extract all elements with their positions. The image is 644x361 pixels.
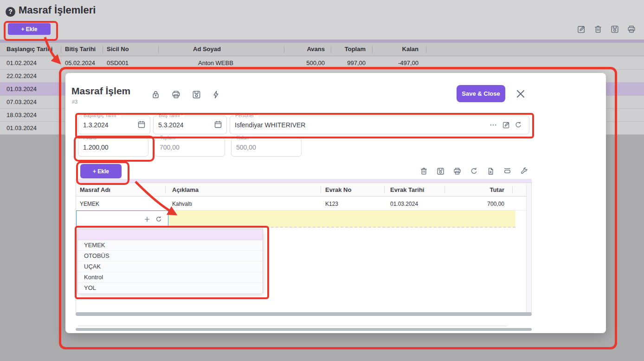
table-row[interactable]: 01.02.2024 05.02.2024 0SD001 Anton WEBB … <box>0 56 644 70</box>
field-label: Avans <box>82 135 98 140</box>
column-header[interactable]: Açıklama <box>172 186 199 193</box>
cell-toplam: 997,00 <box>328 59 366 66</box>
page-header-band <box>0 0 644 39</box>
column-header[interactable]: Toplam <box>328 46 366 53</box>
record-id: #3 <box>72 99 77 105</box>
cell-tutar: 700,00 <box>487 201 504 207</box>
lightning-icon[interactable] <box>211 90 221 99</box>
grid-add-button[interactable]: + Ekle <box>80 164 122 178</box>
field-value: 1.200,00 <box>83 144 109 151</box>
save-icon[interactable] <box>436 167 445 176</box>
modal-title: Masraf İşlem <box>71 85 130 97</box>
ellipsis-icon[interactable] <box>489 121 497 129</box>
footer-divider <box>78 326 507 326</box>
row-collapse-icon[interactable] <box>503 167 512 176</box>
print-icon[interactable] <box>171 90 181 99</box>
lock-icon[interactable] <box>151 90 161 99</box>
dropdown-item[interactable]: OTOBÜS <box>78 251 263 262</box>
edit-icon[interactable] <box>502 121 510 129</box>
grid-header[interactable]: Masraf Adı Açıklama Evrak No Evrak Tarih… <box>76 183 531 197</box>
personel-field[interactable]: Personel * Isfendiyar WHITERIVER <box>230 116 529 134</box>
save-icon[interactable] <box>192 90 201 99</box>
field-value: 500,00 <box>236 144 256 151</box>
column-header[interactable]: Masraf Adı <box>80 186 110 193</box>
add-button[interactable]: + Ekle <box>8 23 51 35</box>
field-label: Başlangıç Tarihi * <box>82 113 121 118</box>
expense-modal: Masraf İşlem #3 Save & Close Başlangıç T… <box>65 73 606 333</box>
print-icon[interactable] <box>627 25 636 34</box>
cell-aciklama: Kahvaltı <box>172 201 192 207</box>
save-close-button[interactable]: Save & Close <box>457 85 505 102</box>
save-icon[interactable] <box>610 25 619 34</box>
grid-vertical-scrollbar[interactable] <box>526 183 531 312</box>
field-label: Personel * <box>234 113 258 118</box>
field-value: Isfendiyar WHITERIVER <box>235 121 305 129</box>
cell-avans: 500,00 <box>288 59 325 66</box>
edit-icon[interactable] <box>577 25 586 34</box>
dropdown-item[interactable]: Kontrol <box>78 272 263 283</box>
cell-baslangic: 07.03.2024 <box>6 98 37 105</box>
refresh-icon[interactable] <box>470 167 478 176</box>
dropdown-item[interactable]: YEMEK <box>78 240 263 251</box>
refresh-icon[interactable] <box>514 121 522 129</box>
column-header[interactable]: Kalan <box>380 46 419 53</box>
refresh-icon[interactable] <box>155 216 162 223</box>
grid-edit-row[interactable] <box>168 210 515 228</box>
grid-row[interactable]: YEMEK Kahvaltı K123 01.03.2024 700,00 <box>76 197 531 210</box>
column-header[interactable]: Sicil No <box>107 46 129 53</box>
column-header[interactable]: Tutar <box>489 186 504 193</box>
page-title: Masraf İşlemleri <box>19 4 96 16</box>
cell-baslangic: 01.03.2024 <box>6 125 37 131</box>
field-value: 700,00 <box>160 144 180 151</box>
export-excel-icon[interactable] <box>486 167 495 176</box>
field-label: Kalan <box>235 135 250 140</box>
dropdown-item[interactable]: UÇAK <box>78 262 263 272</box>
cell-sicil: 0SD001 <box>107 59 129 66</box>
wrench-icon[interactable] <box>520 167 528 176</box>
cell-evrak-tarihi: 01.03.2024 <box>390 201 418 207</box>
expense-table-header[interactable]: Başlangıç Tarihi Bitiş Tarihi Sicil No A… <box>0 43 644 56</box>
cell-baslangic: 01.03.2024 <box>6 85 37 92</box>
dropdown-header-row[interactable] <box>78 229 263 240</box>
column-header[interactable]: Avans <box>288 46 325 53</box>
cell-masraf-adi: YEMEK <box>80 201 99 207</box>
masraf-adi-dropdown: YEMEK OTOBÜS UÇAK Kontrol YOL <box>77 229 263 293</box>
plus-icon[interactable] <box>143 216 151 223</box>
toplam-field: Toplam 700,00 <box>155 138 225 157</box>
cell-baslangic: 22.02.2024 <box>6 72 37 79</box>
bitis-tarihi-field[interactable]: Bitiş Tarihi * 5.3.2024 <box>153 116 227 134</box>
modal-horizontal-scrollbar[interactable] <box>76 328 532 331</box>
cell-adsoyad: Anton WEBB <box>198 59 233 66</box>
help-icon[interactable]: ? <box>6 7 15 17</box>
baslangic-tarihi-field[interactable]: Başlangıç Tarihi * 1.3.2024 <box>78 116 150 134</box>
grid-top-accent-strip <box>0 39 644 43</box>
kalan-field: Kalan 500,00 <box>231 138 302 157</box>
trash-icon[interactable] <box>419 167 428 176</box>
column-header[interactable]: Bitiş Tarihi <box>65 46 96 53</box>
cell-kalan: -497,00 <box>380 59 419 66</box>
grid-accent-strip <box>76 179 532 183</box>
app-root: ? Masraf İşlemleri + Ekle Başlangıç Tari… <box>0 0 644 361</box>
grid-horizontal-scrollbar[interactable] <box>76 312 532 316</box>
column-header[interactable]: Başlangıç Tarihi <box>6 46 52 53</box>
column-header[interactable]: Evrak Tarihi <box>390 186 424 193</box>
field-value: 5.3.2024 <box>158 121 184 129</box>
calendar-icon[interactable] <box>137 120 146 129</box>
calendar-icon[interactable] <box>213 120 223 129</box>
column-header[interactable]: Ad Soyad <box>193 46 221 53</box>
close-icon[interactable] <box>515 88 526 99</box>
field-label: Bitiş Tarihi * <box>157 113 184 118</box>
field-value: 1.3.2024 <box>83 121 109 129</box>
cell-baslangic: 18.03.2024 <box>6 112 37 118</box>
print-icon[interactable] <box>453 167 462 176</box>
cell-baslangic: 01.02.2024 <box>6 59 37 66</box>
field-label: Toplam <box>159 135 176 140</box>
cell-evrak-no: K123 <box>325 201 338 207</box>
cell-bitis: 05.02.2024 <box>65 59 95 66</box>
trash-icon[interactable] <box>593 25 603 34</box>
column-header[interactable]: Evrak No <box>325 186 351 193</box>
avans-field[interactable]: Avans 1.200,00 <box>78 138 148 157</box>
dropdown-item[interactable]: YOL <box>78 283 263 294</box>
